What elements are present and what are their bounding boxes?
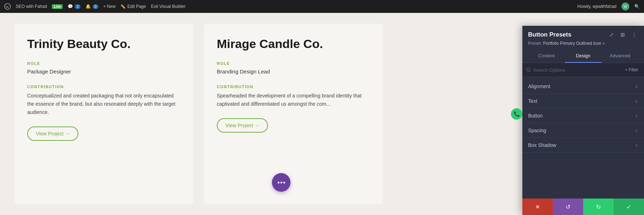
site-name[interactable]: SEO with Fahad <box>16 4 47 9</box>
option-alignment[interactable]: Alignment ∨ <box>522 79 644 94</box>
panel-tabs: Content Design Advanced <box>528 49 638 63</box>
search-options-input[interactable] <box>533 67 623 73</box>
wp-logo[interactable]: W <box>4 3 11 10</box>
fab-button[interactable] <box>272 173 291 192</box>
admin-bar: W SEO with Fahad Live 💬 2 🔔 0 + New ✏️ E… <box>0 0 644 13</box>
tab-advanced[interactable]: Advanced <box>601 49 638 63</box>
card-title-1: Trinity Beauty Co. <box>27 37 180 51</box>
admin-bar-left: W SEO with Fahad Live 💬 2 🔔 0 + New ✏️ E… <box>4 3 572 10</box>
role-label-2: ROLE <box>217 61 370 66</box>
chevron-down-icon: ∨ <box>635 84 638 89</box>
tab-content[interactable]: Content <box>528 49 565 63</box>
live-badge-item[interactable]: Live <box>52 4 63 9</box>
search-icon[interactable]: 🔍 <box>634 4 640 9</box>
phone-icon[interactable]: 📞 <box>511 108 522 120</box>
exit-visual-builder-button[interactable]: Exit Visual Builder <box>151 4 186 9</box>
card-trinity: Trinity Beauty Co. ROLE Package Designer… <box>14 24 193 204</box>
columns-icon[interactable]: ⊞ <box>619 31 626 39</box>
live-badge: Live <box>52 4 63 9</box>
view-project-btn-2[interactable]: View Project → <box>217 118 268 133</box>
comments-badge: 2 <box>75 4 80 9</box>
option-text[interactable]: Text ∨ <box>522 94 644 109</box>
chevron-down-icon: ∨ <box>635 128 638 133</box>
chevron-down-icon: ∨ <box>635 99 638 104</box>
role-value-1: Package Designer <box>27 68 180 75</box>
contribution-text-1: Conceptualized and created packaging tha… <box>27 92 180 116</box>
notifications-item[interactable]: 🔔 0 <box>86 4 98 9</box>
notif-badge: 0 <box>93 4 98 9</box>
expand-icon[interactable]: ⤢ <box>608 31 615 39</box>
admin-bar-right: Howdy, wpwithfahad W 🔍 <box>577 3 640 10</box>
option-button[interactable]: Button ∨ <box>522 109 644 123</box>
contribution-label-2: CONTRIBUTION <box>217 85 370 89</box>
redo-button[interactable]: ↻ <box>583 199 614 215</box>
panel-title-icons: ⤢ ⊞ ⋮ <box>608 31 638 39</box>
fab-dot-3 <box>283 182 285 183</box>
search-icon <box>526 67 531 72</box>
fab-dot-2 <box>280 182 282 183</box>
panel-header: Button Presets ⤢ ⊞ ⋮ Preset: Portfolio P… <box>522 26 644 63</box>
svg-text:W: W <box>6 5 9 9</box>
filter-button[interactable]: + Filter <box>623 66 640 74</box>
preset-label: Preset: <box>528 41 542 46</box>
tab-design[interactable]: Design <box>565 49 602 63</box>
edit-page-button[interactable]: ✏️ Edit Page <box>121 4 146 9</box>
fab-dot-1 <box>278 182 279 183</box>
role-label-1: ROLE <box>27 61 180 66</box>
undo-button[interactable]: ↺ <box>553 199 583 215</box>
comments-item[interactable]: 💬 2 <box>68 4 80 9</box>
svg-point-2 <box>527 68 530 71</box>
svg-line-3 <box>530 71 531 72</box>
panel-preset-row: Preset: Portfolio Primary Outlined Icon … <box>528 41 638 46</box>
chevron-down-icon: ∨ <box>635 113 638 119</box>
panel-title: Button Presets <box>528 31 571 38</box>
panel-search-bar: + Filter <box>522 63 644 77</box>
cancel-button[interactable]: ✕ <box>522 199 553 215</box>
option-box-shadow[interactable]: Box Shadow ∨ <box>522 138 644 153</box>
contribution-text-2: Spearheaded the development of a compell… <box>217 92 370 108</box>
panel-options-list: Alignment ∨ Text ∨ Button ∨ Spacing ∨ Bo… <box>522 77 644 199</box>
panel-title-row: Button Presets ⤢ ⊞ ⋮ <box>528 31 638 39</box>
button-presets-panel: Button Presets ⤢ ⊞ ⋮ Preset: Portfolio P… <box>522 26 644 215</box>
save-button[interactable]: ✓ <box>614 199 644 215</box>
card-mirage: Mirage Candle Co. ROLE Branding Design L… <box>204 24 383 204</box>
howdy-label: Howdy, wpwithfahad <box>577 4 616 9</box>
contribution-label-1: CONTRIBUTION <box>27 85 180 89</box>
view-project-btn-1[interactable]: View Project → <box>27 126 78 141</box>
new-button[interactable]: + New <box>103 4 116 9</box>
card-title-2: Mirage Candle Co. <box>217 37 370 51</box>
page-content: Trinity Beauty Co. ROLE Package Designer… <box>0 13 644 215</box>
option-spacing[interactable]: Spacing ∨ <box>522 123 644 138</box>
role-value-2: Branding Design Lead <box>217 68 370 75</box>
more-icon[interactable]: ⋮ <box>630 31 638 39</box>
preset-arrow[interactable]: ▾ <box>603 42 605 46</box>
avatar[interactable]: W <box>621 3 629 10</box>
panel-actions: ✕ ↺ ↻ ✓ <box>522 199 644 215</box>
preset-value[interactable]: Portfolio Primary Outlined Icon <box>543 41 601 46</box>
chevron-down-icon: ∨ <box>635 143 638 148</box>
